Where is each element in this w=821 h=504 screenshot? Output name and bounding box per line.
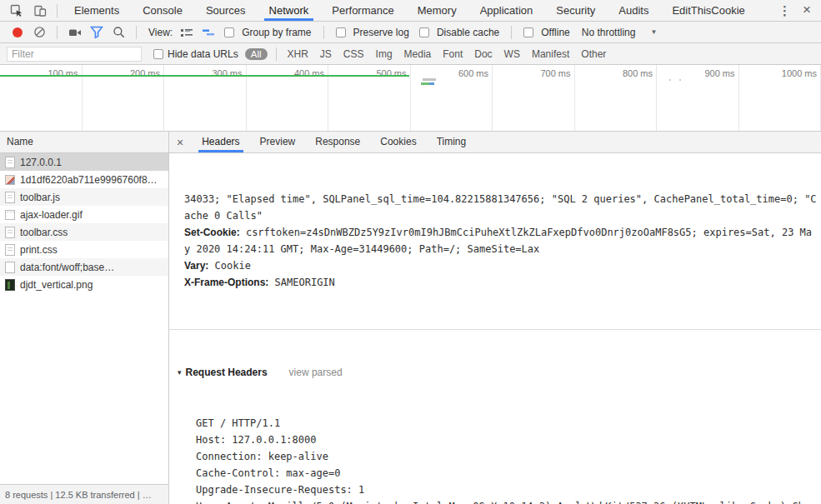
timeline-tick: 900 ms xyxy=(657,65,739,131)
tab-memory[interactable]: Memory xyxy=(406,0,468,21)
tab-performance[interactable]: Performance xyxy=(320,0,405,21)
screenshot-capture-icon[interactable] xyxy=(66,24,84,41)
details-tab-preview[interactable]: Preview xyxy=(250,132,306,152)
chevron-down-icon[interactable]: ▼ xyxy=(650,28,657,36)
filter-type-manifest[interactable]: Manifest xyxy=(532,48,569,60)
table-row[interactable]: print.css xyxy=(0,241,168,258)
tab-application[interactable]: Application xyxy=(468,0,545,21)
divider xyxy=(57,4,58,17)
table-row[interactable]: toolbar.css xyxy=(0,223,168,241)
timeline-tick: 800 ms xyxy=(575,65,658,131)
inspect-element-icon[interactable] xyxy=(5,1,28,21)
close-details-icon[interactable]: × xyxy=(169,136,192,149)
request-name: 127.0.0.1 xyxy=(20,157,62,168)
search-icon[interactable] xyxy=(109,24,128,41)
show-overview-icon[interactable] xyxy=(199,24,218,41)
tab-network[interactable]: Network xyxy=(258,0,321,21)
image-dots-icon xyxy=(5,210,15,220)
document-icon xyxy=(5,227,15,238)
request-headers-section: ▾ Request Headers view parsed xyxy=(178,363,821,382)
header-line: Set-Cookie: csrftoken=z4sDnWBZDz5Y9zIvr0… xyxy=(184,224,821,241)
disable-cache-checkbox[interactable] xyxy=(419,27,429,37)
divider xyxy=(323,26,324,39)
tab-elements[interactable]: Elements xyxy=(63,0,131,21)
group-by-frame-label: Group by frame xyxy=(242,27,311,38)
overview-dot xyxy=(679,79,681,81)
filter-input[interactable] xyxy=(7,47,142,62)
filter-bar: Hide data URLs All XHRJSCSSImgMediaFontD… xyxy=(0,43,821,65)
table-row[interactable]: djdt_vertical.png xyxy=(0,276,168,293)
request-list: 127.0.0.11d1df6220ab711e9996760f8…toolba… xyxy=(0,153,168,484)
view-parsed-link[interactable]: view parsed xyxy=(289,364,343,381)
table-row[interactable]: toolbar.js xyxy=(0,188,168,206)
filter-type-list: XHRJSCSSImgMediaFontDocWSManifestOther xyxy=(282,48,613,60)
document-icon xyxy=(5,244,15,256)
table-row[interactable]: 127.0.0.1 xyxy=(0,153,168,171)
overview-dot xyxy=(669,79,671,81)
table-row[interactable]: data:font/woff;base… xyxy=(0,258,168,276)
filter-type-doc[interactable]: Doc xyxy=(474,48,492,60)
filter-type-media[interactable]: Media xyxy=(404,48,432,60)
clear-icon[interactable] xyxy=(30,24,48,41)
offline-checkbox[interactable] xyxy=(523,27,533,37)
tab-audits[interactable]: Audits xyxy=(607,0,660,21)
large-request-rows-icon[interactable] xyxy=(178,24,196,41)
table-row[interactable]: ajax-loader.gif xyxy=(0,206,168,223)
headers-content: 34033; "Elapsed time", SQLPanel_sql_time… xyxy=(169,153,821,504)
header-line: Vary: Cookie xyxy=(184,257,821,274)
filter-type-img[interactable]: Img xyxy=(376,48,393,60)
close-devtools-icon[interactable]: × xyxy=(799,2,821,20)
request-name: data:font/woff;base… xyxy=(20,262,114,273)
header-value: csrftoken=z4sDnWBZDz5Y9zIvr0mI9hJBmCciPu… xyxy=(240,227,812,238)
timeline-overview[interactable]: 100 ms200 ms300 ms400 ms500 ms600 ms700 … xyxy=(0,65,821,132)
details-tab-timing[interactable]: Timing xyxy=(427,132,477,152)
request-headers-lines: GET / HTTP/1.1Host: 127.0.0.1:8000Connec… xyxy=(184,415,821,504)
triangle-down-icon[interactable]: ▾ xyxy=(178,364,182,381)
device-toolbar-icon[interactable] xyxy=(28,1,52,21)
filter-icon[interactable] xyxy=(88,24,106,41)
filter-type-ws[interactable]: WS xyxy=(504,48,520,60)
request-headers-title[interactable]: Request Headers xyxy=(186,364,268,381)
kebab-menu-icon[interactable]: ⋮ xyxy=(770,3,799,18)
tab-editthiscookie[interactable]: EditThisCookie xyxy=(660,0,756,21)
request-details-panel: × HeadersPreviewResponseCookiesTiming 34… xyxy=(169,132,821,504)
tab-sources[interactable]: Sources xyxy=(194,0,258,21)
throttling-select[interactable]: No throttling xyxy=(582,27,636,38)
header-value: SAMEORIGIN xyxy=(268,277,334,288)
image-icon xyxy=(5,175,15,185)
offline-label: Offline xyxy=(541,27,569,38)
header-line: ache 0 Calls" xyxy=(184,207,821,224)
preserve-log-checkbox[interactable] xyxy=(336,27,346,37)
filter-type-css[interactable]: CSS xyxy=(343,48,364,60)
request-name: toolbar.css xyxy=(20,227,68,238)
overview-load-line xyxy=(0,75,409,77)
dark-image-icon xyxy=(5,279,15,291)
group-by-frame-checkbox[interactable] xyxy=(224,27,234,37)
tab-console[interactable]: Console xyxy=(131,0,194,21)
header-line: Cache-Control: max-age=0 xyxy=(184,465,821,482)
header-line: Host: 127.0.0.1:8000 xyxy=(184,432,821,448)
filter-type-other[interactable]: Other xyxy=(581,48,606,60)
header-line: GET / HTTP/1.1 xyxy=(184,415,821,432)
tab-security[interactable]: Security xyxy=(544,0,607,21)
filter-type-xhr[interactable]: XHR xyxy=(288,48,308,60)
request-name: toolbar.js xyxy=(20,192,60,203)
timeline-tick: 600 ms xyxy=(411,65,493,131)
header-value: y 2020 14:24:11 GMT; Max-Age=31449600; P… xyxy=(184,243,539,255)
filter-type-font[interactable]: Font xyxy=(443,48,463,60)
table-row[interactable]: 1d1df6220ab711e9996760f8… xyxy=(0,171,168,188)
filter-type-all[interactable]: All xyxy=(245,48,268,60)
details-tab-cookies[interactable]: Cookies xyxy=(370,132,426,152)
header-name: Set-Cookie: xyxy=(184,227,240,238)
details-tab-headers[interactable]: Headers xyxy=(192,132,249,152)
filter-type-js[interactable]: JS xyxy=(320,48,332,60)
request-list-panel: Name 127.0.0.11d1df6220ab711e9996760f8…t… xyxy=(0,132,169,504)
hide-data-urls-checkbox[interactable] xyxy=(153,49,163,59)
name-column-header[interactable]: Name xyxy=(0,132,168,153)
blank-icon xyxy=(5,262,15,273)
record-button[interactable] xyxy=(8,24,27,41)
overview-request-bar xyxy=(421,82,429,85)
details-tab-response[interactable]: Response xyxy=(305,132,370,152)
response-headers-lines: 34033; "Elapsed time", SQLPanel_sql_time… xyxy=(184,191,821,291)
header-name: Vary: xyxy=(184,260,208,272)
